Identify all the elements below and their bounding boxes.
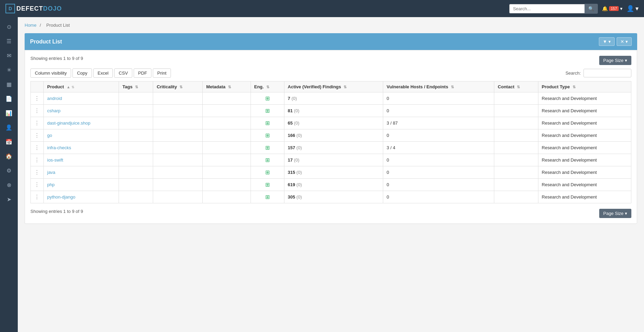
row-contact bbox=[494, 129, 538, 142]
global-search-input[interactable] bbox=[509, 4, 585, 13]
col-contact[interactable]: Contact ⇅ bbox=[494, 81, 538, 92]
row-menu[interactable]: ⋮ bbox=[31, 129, 44, 142]
eng-calendar-icon[interactable]: ⊞ bbox=[265, 132, 270, 138]
row-eng[interactable]: ⊞ bbox=[251, 179, 284, 191]
row-product: python-django bbox=[44, 191, 119, 203]
filter-button[interactable]: ▼ ▾ bbox=[599, 37, 615, 46]
row-menu[interactable]: ⋮ bbox=[31, 154, 44, 166]
table-row: ⋮ python-django ⊞ 305 (0) 0 Research and… bbox=[31, 191, 631, 203]
col-metadata[interactable]: Metadata ⇅ bbox=[203, 81, 251, 92]
row-eng[interactable]: ⊞ bbox=[251, 105, 284, 117]
col-findings[interactable]: Active (Verified) Findings ⇅ bbox=[284, 81, 383, 92]
col-criticality[interactable]: Criticality ⇅ bbox=[153, 81, 203, 92]
col-hosts[interactable]: Vulnerable Hosts / Endpoints ⇅ bbox=[383, 81, 494, 92]
notifications-button[interactable]: 🔔 157 ▾ bbox=[602, 6, 622, 11]
eng-calendar-icon[interactable]: ⊞ bbox=[265, 194, 270, 200]
page-size-button-top[interactable]: Page Size ▾ bbox=[599, 56, 631, 65]
table-controls: Column visibility Copy Excel CSV PDF Pri… bbox=[30, 68, 631, 78]
product-link[interactable]: infra-checks bbox=[47, 145, 71, 150]
row-hosts: 0 bbox=[383, 154, 494, 166]
sidebar-item-tools[interactable]: ⊗ bbox=[2, 179, 16, 191]
row-metadata bbox=[203, 117, 251, 129]
breadcrumb-home[interactable]: Home bbox=[25, 23, 37, 28]
eng-calendar-icon[interactable]: ⊞ bbox=[265, 157, 270, 163]
eng-calendar-icon[interactable]: ⊞ bbox=[265, 169, 270, 175]
row-menu-dots[interactable]: ⋮ bbox=[34, 169, 40, 175]
col-product[interactable]: Product ▲ ⇅ bbox=[44, 81, 119, 92]
row-eng[interactable]: ⊞ bbox=[251, 117, 284, 129]
sidebar-item-dashboard[interactable]: ⊙ bbox=[2, 21, 16, 33]
row-menu-dots[interactable]: ⋮ bbox=[34, 95, 40, 101]
sidebar-item-grid[interactable]: ▦ bbox=[2, 78, 16, 90]
eng-calendar-icon[interactable]: ⊞ bbox=[265, 95, 270, 101]
sidebar-item-arrow[interactable]: ➤ bbox=[2, 193, 16, 205]
product-link[interactable]: java bbox=[47, 170, 55, 175]
row-menu[interactable]: ⋮ bbox=[31, 191, 44, 203]
tools-chevron: ▾ bbox=[626, 39, 628, 44]
row-menu-dots[interactable]: ⋮ bbox=[34, 157, 40, 163]
sidebar-item-bugs[interactable]: ✳ bbox=[2, 64, 16, 76]
sidebar-item-home[interactable]: 🏠 bbox=[2, 150, 16, 162]
eng-calendar-icon[interactable]: ⊞ bbox=[265, 120, 270, 126]
row-hosts: 0 bbox=[383, 129, 494, 142]
row-menu-dots[interactable]: ⋮ bbox=[34, 132, 40, 138]
row-menu-dots[interactable]: ⋮ bbox=[34, 194, 40, 200]
print-button[interactable]: Print bbox=[153, 68, 171, 78]
eng-calendar-icon[interactable]: ⊞ bbox=[265, 182, 270, 188]
sidebar-item-charts[interactable]: 📊 bbox=[2, 107, 16, 119]
row-criticality bbox=[153, 129, 203, 142]
row-menu[interactable]: ⋮ bbox=[31, 105, 44, 117]
product-link[interactable]: go bbox=[47, 133, 52, 138]
row-eng[interactable]: ⊞ bbox=[251, 92, 284, 105]
row-menu[interactable]: ⋮ bbox=[31, 92, 44, 105]
csv-button[interactable]: CSV bbox=[114, 68, 132, 78]
col-tags[interactable]: Tags ⇅ bbox=[119, 81, 153, 92]
row-menu-dots[interactable]: ⋮ bbox=[34, 145, 40, 151]
user-menu-button[interactable]: 👤 ▾ bbox=[627, 5, 639, 12]
product-link[interactable]: ios-swift bbox=[47, 157, 63, 163]
product-link[interactable]: android bbox=[47, 96, 62, 101]
row-findings: 17 (0) bbox=[284, 154, 383, 166]
eng-calendar-icon[interactable]: ⊞ bbox=[265, 145, 270, 151]
sidebar-item-calendar[interactable]: 📅 bbox=[2, 136, 16, 148]
row-menu[interactable]: ⋮ bbox=[31, 117, 44, 129]
tools-button[interactable]: ✕ ▾ bbox=[617, 37, 632, 46]
product-link[interactable]: dast-ginandjuice.shop bbox=[47, 120, 90, 126]
sidebar-item-inbox[interactable]: ✉ bbox=[2, 49, 16, 62]
global-search-button[interactable]: 🔍 bbox=[585, 4, 598, 14]
row-menu-dots[interactable]: ⋮ bbox=[34, 120, 40, 126]
col-product-type[interactable]: Product Type ⇅ bbox=[538, 81, 631, 92]
eng-calendar-icon[interactable]: ⊞ bbox=[265, 108, 270, 114]
sidebar-item-list[interactable]: ☰ bbox=[2, 35, 16, 47]
table-search-input[interactable] bbox=[583, 69, 631, 77]
col-eng[interactable]: Eng. ⇅ bbox=[251, 81, 284, 92]
sidebar-item-reports[interactable]: 📄 bbox=[2, 92, 16, 105]
row-menu[interactable]: ⋮ bbox=[31, 142, 44, 154]
row-menu[interactable]: ⋮ bbox=[31, 179, 44, 191]
sidebar-item-user[interactable]: 👤 bbox=[2, 121, 16, 133]
row-eng[interactable]: ⊞ bbox=[251, 142, 284, 154]
row-eng[interactable]: ⊞ bbox=[251, 166, 284, 179]
product-link[interactable]: php bbox=[47, 182, 55, 187]
row-metadata bbox=[203, 92, 251, 105]
row-contact bbox=[494, 154, 538, 166]
row-menu-dots[interactable]: ⋮ bbox=[34, 108, 40, 114]
filter-chevron: ▾ bbox=[608, 39, 611, 44]
product-link[interactable]: csharp bbox=[47, 108, 61, 113]
row-eng[interactable]: ⊞ bbox=[251, 129, 284, 142]
tags-sort-icon: ⇅ bbox=[135, 85, 138, 89]
top-navbar: D DEFECTDOJO 🔍 🔔 157 ▾ 👤 ▾ bbox=[0, 0, 644, 17]
showing-text-top: Showing entries 1 to 9 of 9 bbox=[30, 56, 83, 61]
sidebar-item-settings[interactable]: ⚙ bbox=[2, 164, 16, 177]
excel-button[interactable]: Excel bbox=[93, 68, 113, 78]
page-size-button-bottom[interactable]: Page Size ▾ bbox=[599, 209, 631, 218]
row-menu-dots[interactable]: ⋮ bbox=[34, 182, 40, 188]
pdf-button[interactable]: PDF bbox=[134, 68, 151, 78]
copy-button[interactable]: Copy bbox=[72, 68, 92, 78]
product-link[interactable]: python-django bbox=[47, 194, 75, 200]
row-eng[interactable]: ⊞ bbox=[251, 191, 284, 203]
column-visibility-button[interactable]: Column visibility bbox=[30, 68, 71, 78]
row-hosts: 0 bbox=[383, 166, 494, 179]
row-menu[interactable]: ⋮ bbox=[31, 166, 44, 179]
row-eng[interactable]: ⊞ bbox=[251, 154, 284, 166]
